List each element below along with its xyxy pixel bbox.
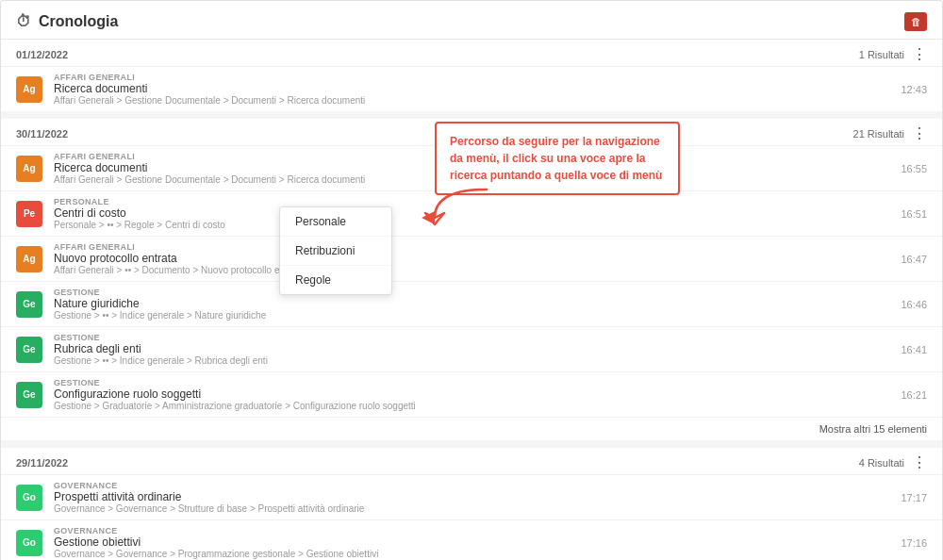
item-name: Ricerca documenti	[54, 82, 889, 95]
item-time: 16:55	[901, 163, 927, 174]
item-path: Gestione > •• > Indice generale > Nature…	[54, 310, 889, 321]
results-info: 21 Risultati ⋮	[853, 126, 927, 141]
date-header: 01/12/2022 1 Risultati ⋮	[1, 40, 942, 66]
group-more-button[interactable]: ⋮	[912, 126, 927, 141]
item-name: Nature giuridiche	[54, 297, 889, 310]
item-avatar: Ag	[16, 246, 42, 272]
clock-icon: ⏱	[16, 13, 31, 30]
results-count: 4 Risultati	[859, 457, 904, 469]
item-avatar: Go	[16, 530, 42, 556]
history-item[interactable]: Ge GESTIONE Configurazione ruolo soggett…	[1, 371, 942, 417]
dropdown-item-personale[interactable]: Personale	[280, 207, 391, 237]
item-module: GOVERNANCE	[54, 526, 889, 535]
item-content: GESTIONE Nature giuridiche Gestione > ••…	[54, 288, 889, 321]
history-item[interactable]: Go GOVERNANCE Prospetti attività ordinar…	[1, 474, 942, 519]
item-module: GOVERNANCE	[54, 481, 889, 490]
group-separator	[1, 440, 942, 448]
item-path: Gestione > Graduatorie > Amministrazione…	[54, 401, 889, 411]
dropdown-menu[interactable]: Personale Retribuzioni Regole	[279, 206, 392, 295]
history-item[interactable]: Ge GESTIONE Rubrica degli enti Gestione …	[1, 326, 942, 371]
tooltip-arrow	[416, 185, 491, 235]
item-module: GESTIONE	[54, 333, 889, 342]
item-name: Configurazione ruolo soggetti	[54, 387, 889, 401]
item-avatar: Go	[16, 485, 42, 511]
group-more-button[interactable]: ⋮	[912, 455, 927, 470]
group-separator	[1, 111, 942, 119]
item-path: Governance > Governance > Strutture di b…	[54, 503, 889, 514]
results-count: 21 Risultati	[853, 128, 904, 140]
group-more-button[interactable]: ⋮	[912, 47, 927, 62]
item-module: AFFARI GENERALI	[54, 242, 889, 252]
history-item[interactable]: Ag AFFARI GENERALI Nuovo protocollo entr…	[1, 236, 942, 281]
item-time: 16:21	[901, 389, 927, 401]
item-content: AFFARI GENERALI Ricerca documenti Affari…	[54, 73, 889, 106]
date-header: 29/11/2022 4 Risultati ⋮	[1, 448, 942, 474]
show-more-link[interactable]: Mostra altri 15 elementi	[819, 423, 927, 435]
svg-marker-0	[422, 211, 435, 224]
history-item[interactable]: Ag AFFARI GENERALI Ricerca documenti Aff…	[1, 66, 942, 111]
item-name: Gestione obiettivi	[54, 535, 889, 549]
item-time: 17:16	[901, 537, 927, 549]
item-time: 16:41	[901, 344, 927, 355]
item-module: GESTIONE	[54, 378, 889, 387]
item-path: Gestione > •• > Indice generale > Rubric…	[54, 355, 889, 366]
delete-button[interactable]: 🗑	[904, 12, 927, 31]
groups-container: 01/12/2022 1 Risultati ⋮ Ag AFFARI GENER…	[1, 40, 942, 560]
item-content: GESTIONE Rubrica degli enti Gestione > •…	[54, 333, 889, 366]
item-avatar: Ag	[16, 76, 42, 103]
item-time: 12:43	[901, 84, 927, 95]
item-content: GOVERNANCE Prospetti attività ordinarie …	[54, 481, 889, 514]
item-path: Governance > Governance > Programmazione…	[54, 549, 889, 559]
item-avatar: Ge	[16, 382, 42, 408]
item-time: 16:47	[901, 254, 927, 265]
dropdown-item-regole[interactable]: Regole	[280, 266, 391, 294]
item-avatar: Pe	[16, 201, 42, 227]
item-content: AFFARI GENERALI Nuovo protocollo entrata…	[54, 242, 889, 275]
dropdown-item-retribuzioni[interactable]: Retribuzioni	[280, 237, 391, 266]
item-time: 16:46	[901, 299, 927, 310]
item-time: 17:17	[901, 492, 927, 503]
results-info: 1 Risultati ⋮	[859, 47, 927, 62]
date-label: 30/11/2022	[16, 128, 68, 140]
results-count: 1 Risultati	[859, 49, 904, 60]
item-content: GOVERNANCE Gestione obiettivi Governance…	[54, 526, 889, 559]
item-name: Nuovo protocollo entrata	[54, 252, 889, 265]
item-path: Affari Generali > •• > Documento > Nuovo…	[54, 265, 889, 275]
date-label: 29/11/2022	[16, 457, 68, 469]
item-module: AFFARI GENERALI	[54, 73, 889, 82]
item-avatar: Ag	[16, 156, 42, 182]
results-info: 4 Risultati ⋮	[859, 455, 927, 470]
show-more-row: Mostra altri 15 elementi	[1, 417, 942, 440]
item-path: Affari Generali > Gestione Documentale >…	[54, 95, 889, 106]
history-page: ⏱ Cronologia 🗑 01/12/2022 1 Risultati ⋮ …	[0, 0, 943, 560]
history-item[interactable]: Go GOVERNANCE Gestione obiettivi Governa…	[1, 519, 942, 560]
item-avatar: Ge	[16, 337, 42, 363]
tooltip-text: Percorso da seguire per la navigazione d…	[450, 135, 662, 182]
item-name: Prospetti attività ordinarie	[54, 490, 889, 503]
history-item[interactable]: Ge GESTIONE Nature giuridiche Gestione >…	[1, 281, 942, 326]
item-time: 16:51	[901, 208, 927, 220]
item-content: GESTIONE Configurazione ruolo soggetti G…	[54, 378, 889, 411]
item-module: GESTIONE	[54, 288, 889, 297]
page-header: ⏱ Cronologia 🗑	[1, 1, 942, 40]
date-label: 01/12/2022	[16, 49, 68, 60]
page-title: ⏱ Cronologia	[16, 13, 118, 30]
item-avatar: Ge	[16, 291, 42, 318]
item-name: Rubrica degli enti	[54, 342, 889, 355]
